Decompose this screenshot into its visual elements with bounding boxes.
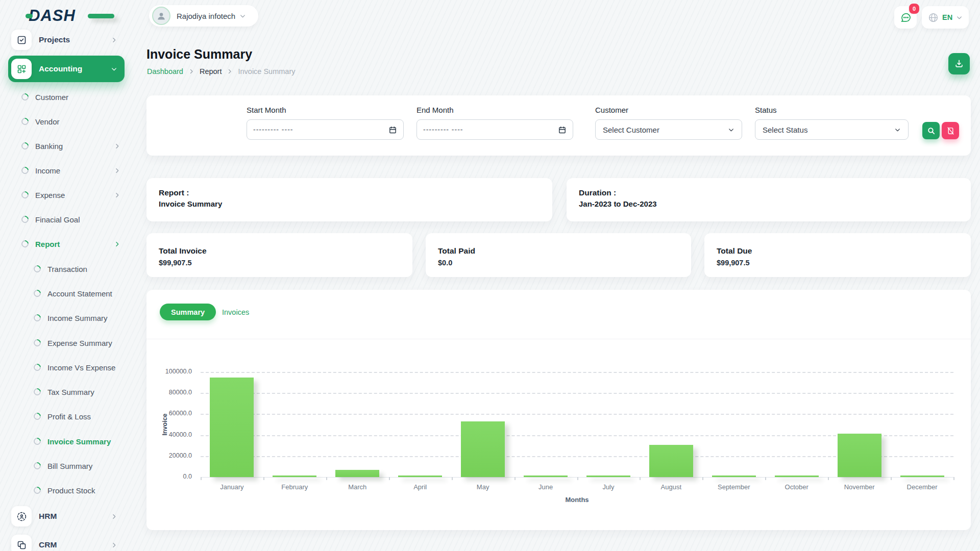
accounting-icon — [11, 59, 32, 79]
breadcrumb-current: Invoice Summary — [238, 67, 295, 76]
sidebar-item-invoice-summary[interactable]: Invoice Summary — [8, 428, 125, 455]
globe-icon — [928, 12, 939, 23]
sidebar-item-income[interactable]: Income — [8, 157, 125, 184]
sidebar-item-expense[interactable]: Expense — [8, 182, 125, 208]
chevron-down-icon — [239, 13, 246, 19]
logo-dash-icon — [88, 14, 114, 18]
stat-value: $0.0 — [438, 259, 452, 267]
x-axis-tick — [326, 477, 327, 480]
invoice-bar-chart: Invoice Months 100000.080000.060000.0400… — [146, 290, 971, 530]
x-tick-label: May — [452, 483, 514, 491]
bullet-icon — [32, 288, 42, 298]
customer-label: Customer — [595, 106, 628, 114]
sidebar-item-projects[interactable]: Projects — [8, 27, 125, 53]
sidebar-item-account-statement[interactable]: Account Statement — [8, 280, 125, 307]
stat-value: $99,907.5 — [717, 259, 750, 267]
sidebar-item-banking[interactable]: Banking — [8, 133, 125, 159]
start-month-input[interactable]: --------- ---- — [247, 119, 404, 140]
sidebar-item-label: Report — [35, 240, 60, 248]
bullet-icon — [32, 387, 42, 397]
messages-button[interactable]: 0 — [894, 6, 917, 29]
x-axis-tick — [389, 477, 390, 480]
clear-filter-icon — [946, 127, 955, 135]
bar-july — [586, 475, 630, 477]
sidebar-item-label: Vendor — [35, 117, 60, 126]
sidebar-item-label: CRM — [39, 540, 57, 549]
sidebar-item-customer[interactable]: Customer — [8, 84, 125, 110]
sidebar-item-product-stock[interactable]: Product Stock — [8, 477, 125, 504]
x-tick-label: January — [201, 483, 263, 491]
reset-filter-button[interactable] — [942, 122, 959, 139]
gridline — [201, 414, 953, 415]
chevron-down-icon — [956, 14, 963, 21]
brand-logo[interactable]: DASH — [29, 6, 105, 26]
sidebar-item-crm[interactable]: CRM — [8, 532, 125, 551]
x-tick-label: August — [640, 483, 702, 491]
chevron-right-icon — [114, 241, 120, 247]
sidebar-item-bill-summary[interactable]: Bill Summary — [8, 453, 125, 479]
download-button[interactable] — [948, 53, 970, 74]
bullet-icon — [32, 362, 42, 372]
logo-wordmark: DASH — [29, 7, 76, 24]
sidebar-item-label: Invoice Summary — [47, 437, 111, 446]
stat-label: Total Paid — [438, 246, 475, 256]
x-axis-tick — [577, 477, 578, 480]
chevron-right-icon — [227, 68, 233, 74]
bar-august — [649, 445, 693, 477]
x-tick-label: September — [702, 483, 765, 491]
sidebar-item-hrm[interactable]: HRM — [8, 503, 125, 530]
hrm-icon — [11, 506, 32, 527]
start-month-label: Start Month — [247, 106, 286, 114]
x-tick-label: March — [326, 483, 389, 491]
bar-november — [838, 434, 881, 477]
sidebar-item-label: Expense Summary — [47, 339, 112, 347]
report-label: Report : — [159, 188, 189, 197]
search-icon — [927, 127, 936, 135]
sidebar-item-label: Banking — [35, 142, 63, 151]
calendar-icon — [388, 126, 397, 134]
sidebar-item-label: Projects — [39, 35, 70, 44]
apply-filter-button[interactable] — [922, 122, 940, 139]
company-switcher[interactable]: Rajodiya infotech — [149, 5, 258, 27]
sidebar-item-profit-loss[interactable]: Profit & Loss — [8, 403, 125, 430]
bar-april — [398, 475, 442, 477]
bullet-icon — [20, 116, 30, 127]
bullet-icon — [32, 436, 42, 446]
customer-select[interactable]: Select Customer — [595, 119, 742, 140]
sidebar-item-income-vs-expense[interactable]: Income Vs Expense — [8, 354, 125, 381]
x-tick-label: November — [828, 483, 891, 491]
duration-info-card: Duration : Jan-2023 to Dec-2023 — [567, 178, 971, 221]
sidebar-item-finacial-goal[interactable]: Finacial Goal — [8, 206, 125, 233]
duration-label: Duration : — [579, 188, 616, 197]
end-month-input[interactable]: --------- ---- — [416, 119, 573, 140]
sidebar-item-income-summary[interactable]: Income Summary — [8, 305, 125, 331]
x-axis-tick — [452, 477, 453, 480]
chevron-right-icon — [111, 37, 117, 43]
breadcrumb-report[interactable]: Report — [200, 67, 222, 76]
sidebar-item-expense-summary[interactable]: Expense Summary — [8, 330, 125, 356]
y-tick-label: 40000.0 — [151, 431, 192, 438]
sidebar-item-accounting[interactable]: Accounting — [8, 56, 125, 82]
chevron-right-icon — [111, 542, 117, 548]
bullet-icon — [32, 338, 42, 348]
end-month-placeholder: --------- ---- — [423, 126, 463, 134]
language-code: EN — [942, 13, 952, 21]
breadcrumb-dashboard[interactable]: Dashboard — [147, 67, 183, 76]
projects-icon — [11, 30, 32, 50]
stat-value: $99,907.5 — [159, 259, 192, 267]
x-axis-tick — [702, 477, 703, 480]
status-select[interactable]: Select Status — [755, 119, 909, 140]
sidebar-item-transaction[interactable]: Transaction — [8, 256, 125, 282]
sidebar-item-tax-summary[interactable]: Tax Summary — [8, 379, 125, 405]
sidebar-item-label: Profit & Loss — [47, 412, 91, 421]
x-axis-tick — [891, 477, 892, 480]
chevron-down-icon — [111, 66, 117, 72]
language-selector[interactable]: EN — [922, 6, 969, 29]
stat-label: Total Due — [717, 246, 752, 256]
sidebar-item-vendor[interactable]: Vendor — [8, 108, 125, 135]
app-root: DASH ProjectsAccountingCustomerVendorBan… — [0, 0, 980, 551]
summary-chart-card: Summary Invoices Invoice Months 100000.0… — [146, 290, 971, 530]
bar-may — [461, 421, 505, 477]
sidebar-item-report[interactable]: Report — [8, 231, 125, 257]
y-tick-label: 0.0 — [151, 473, 192, 480]
